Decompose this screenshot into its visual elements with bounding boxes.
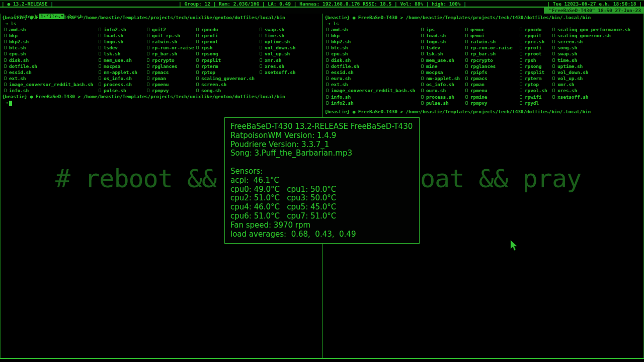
file-item[interactable]: rproot	[196, 38, 255, 44]
file-item[interactable]: ext.sh	[326, 82, 415, 88]
file-item[interactable]: image_conversor_reddit_bash.sh	[326, 88, 415, 94]
file-item[interactable]: mem_use.sh	[421, 57, 460, 63]
file-item[interactable]: rpncdu	[520, 26, 547, 32]
file-item[interactable]: bkp	[4, 32, 93, 38]
file-item[interactable]: lsdev	[99, 45, 137, 51]
file-item[interactable]: info2.sh	[99, 26, 137, 32]
file-item[interactable]: os_info.sh	[421, 82, 460, 88]
file-item[interactable]: pulse.sh	[421, 100, 460, 106]
file-item[interactable]: screen.sh	[196, 82, 255, 88]
file-item[interactable]: mine	[421, 63, 460, 69]
file-item[interactable]: mocpsa	[421, 69, 460, 75]
file-item[interactable]: lsk.sh	[421, 51, 460, 57]
file-item[interactable]: rpsplit	[196, 57, 255, 63]
file-item[interactable]: logo.sh	[421, 38, 460, 44]
file-item[interactable]: rpmenu	[465, 88, 513, 94]
file-item[interactable]: vol_up.sh	[552, 76, 630, 82]
file-item[interactable]: mocpsa	[99, 63, 137, 69]
file-item[interactable]: rpterm	[520, 76, 547, 82]
file-item[interactable]: bkp2.sh	[326, 38, 415, 44]
file-item[interactable]: logo.sh	[99, 38, 137, 44]
file-item[interactable]: disk.sh	[326, 57, 415, 63]
file-item[interactable]: quit2	[147, 26, 194, 32]
file-item[interactable]: song.sh	[196, 88, 255, 94]
file-item[interactable]: screen.sh	[552, 38, 630, 44]
file-item[interactable]: rptop	[520, 82, 547, 88]
file-item[interactable]: nm-applet.sh	[99, 69, 137, 75]
file-item[interactable]: cpu.sh	[326, 51, 415, 57]
file-item[interactable]: btc.sh	[4, 45, 93, 51]
file-item[interactable]: vol_up.sh	[260, 51, 295, 57]
file-item[interactable]: rpmacs	[147, 69, 194, 75]
file-item[interactable]: scaling_governor.sh	[196, 76, 255, 82]
file-item[interactable]: nm-applet.sh	[421, 76, 460, 82]
file-item[interactable]: xsetsoff.sh	[552, 94, 630, 100]
file-item[interactable]: image_conversor_reddit_bash.sh	[4, 82, 93, 88]
file-item[interactable]: essid.sh	[4, 69, 93, 75]
file-item[interactable]: rpncdu	[196, 26, 255, 32]
file-item[interactable]: xsetsoff.sh	[260, 69, 295, 75]
file-item[interactable]: dotfile.sh	[326, 63, 415, 69]
file-item[interactable]: scaling_gov_performance.sh	[552, 26, 630, 32]
file-item[interactable]: btc.sh	[326, 45, 415, 51]
file-item[interactable]: uptime.sh	[260, 38, 295, 44]
file-item[interactable]: amd.sh	[4, 26, 93, 32]
file-item[interactable]: ouro.sh	[421, 88, 460, 94]
file-item[interactable]: ratwin.sh	[465, 38, 513, 44]
file-item[interactable]: rptop	[196, 69, 255, 75]
file-item[interactable]: rpterm	[196, 63, 255, 69]
file-item[interactable]: rpipfs	[465, 69, 513, 75]
file-item[interactable]: os_info.sh	[99, 76, 137, 82]
file-item[interactable]: quit_rp.sh	[147, 32, 194, 38]
file-item[interactable]: rp-run-or-raise	[147, 45, 194, 51]
file-item[interactable]: rpmacs	[465, 76, 513, 82]
file-item[interactable]: essid.sh	[326, 69, 415, 75]
file-item[interactable]: swap.sh	[260, 26, 295, 32]
file-item[interactable]: rpmenu	[147, 82, 194, 88]
file-item[interactable]: rpsplit	[520, 69, 547, 75]
file-item[interactable]: rpquit	[520, 32, 547, 38]
file-item[interactable]: xmr.sh	[260, 57, 295, 63]
file-item[interactable]: xres.sh	[552, 88, 630, 94]
file-item[interactable]: rproot	[520, 51, 547, 57]
file-item[interactable]: rpsh	[520, 57, 547, 63]
file-item[interactable]: bkp	[326, 32, 415, 38]
file-item[interactable]: xres.sh	[260, 63, 295, 69]
file-item[interactable]: rpglances	[147, 63, 194, 69]
file-item[interactable]: process.sh	[421, 94, 460, 100]
file-item[interactable]: mem_use.sh	[99, 57, 137, 63]
file-item[interactable]: bkp2.sh	[4, 38, 93, 44]
file-item[interactable]: load.sh	[99, 32, 137, 38]
file-item[interactable]: time.sh	[260, 32, 295, 38]
file-item[interactable]: dotfile.sh	[4, 63, 93, 69]
file-item[interactable]: rpydl	[520, 100, 547, 106]
file-item[interactable]: rpcrypto	[147, 57, 194, 63]
file-item[interactable]: uptime.sh	[552, 63, 630, 69]
file-item[interactable]: rpcrypto	[465, 57, 513, 63]
file-item[interactable]: vol_down.sh	[260, 45, 295, 51]
file-item[interactable]: rp-run-or-raise	[465, 45, 513, 51]
file-item[interactable]: process.sh	[99, 82, 137, 88]
file-item[interactable]: info2.sh	[326, 100, 415, 106]
file-item[interactable]: qemuc	[465, 26, 513, 32]
file-item[interactable]: scaling_governor.sh	[552, 32, 630, 38]
file-item[interactable]: rpsong	[520, 63, 547, 69]
file-item[interactable]: rprofi	[196, 32, 255, 38]
file-item[interactable]: lsdev	[421, 45, 460, 51]
file-item[interactable]: ratwin.sh	[147, 38, 194, 44]
file-item[interactable]: rpvol.sh	[520, 88, 547, 94]
file-item[interactable]: xmr.sh	[552, 82, 630, 88]
file-item[interactable]: rpglances	[465, 63, 513, 69]
file-item[interactable]: rp_bar.sh	[465, 51, 513, 57]
file-item[interactable]: rpsong	[196, 51, 255, 57]
file-item[interactable]: song.sh	[552, 45, 630, 51]
file-item[interactable]: rpmine	[465, 94, 513, 100]
file-item[interactable]: rpwifi	[520, 94, 547, 100]
file-item[interactable]: disk.sh	[4, 57, 93, 63]
file-item[interactable]: rprc.sh	[520, 38, 547, 44]
file-item[interactable]: time.sh	[552, 57, 630, 63]
command-line-active[interactable]: →	[5, 100, 12, 106]
file-item[interactable]: rpsh	[196, 45, 255, 51]
file-item[interactable]: amd.sh	[326, 26, 415, 32]
file-item[interactable]: swap.sh	[552, 51, 630, 57]
